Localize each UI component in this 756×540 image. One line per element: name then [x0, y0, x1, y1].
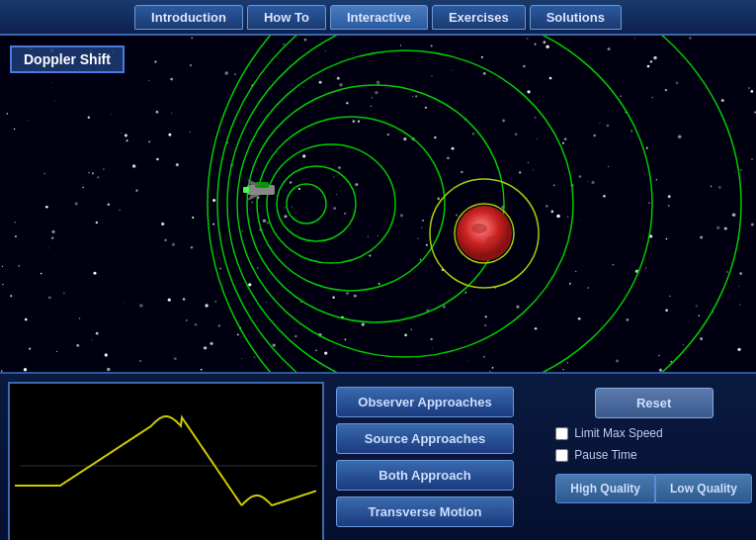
svg-point-13 [486, 236, 498, 244]
svg-rect-15 [243, 187, 249, 193]
svg-point-11 [457, 206, 512, 261]
both-approach-button[interactable]: Both Approach [336, 460, 514, 491]
svg-point-0 [287, 184, 326, 224]
limit-max-speed-label: Limit Max Speed [574, 426, 662, 440]
reset-button[interactable]: Reset [595, 388, 714, 418]
graph-area [8, 382, 324, 540]
pause-time-checkbox[interactable] [555, 449, 568, 462]
pause-time-label: Pause Time [574, 448, 636, 462]
tab-solutions[interactable]: Solutions [530, 5, 622, 30]
source-approaches-button[interactable]: Source Approaches [336, 423, 514, 454]
svg-point-1 [277, 166, 356, 241]
svg-point-5 [237, 50, 573, 357]
svg-marker-18 [247, 195, 261, 201]
observer-approaches-button[interactable]: Observer Approaches [336, 387, 514, 417]
limit-max-speed-row: Limit Max Speed [555, 426, 752, 440]
tab-interactive[interactable]: Interactive [330, 5, 428, 30]
scenario-buttons: Observer Approaches Source Approaches Bo… [336, 382, 547, 532]
svg-point-12 [471, 224, 487, 233]
pause-time-row: Pause Time [555, 448, 752, 462]
title-text: Doppler Shift [24, 51, 111, 67]
low-quality-button[interactable]: Low Quality [655, 474, 752, 503]
graph-canvas [10, 384, 322, 540]
title-badge: Doppler Shift [10, 45, 125, 73]
bottom-panel: Observer Approaches Source Approaches Bo… [0, 372, 756, 540]
svg-point-3 [257, 117, 445, 291]
limit-max-speed-checkbox[interactable] [555, 427, 568, 440]
svg-point-4 [247, 85, 504, 322]
right-controls: Reset Limit Max Speed Pause Time High Qu… [555, 382, 752, 532]
tab-how-to[interactable]: How To [247, 5, 326, 30]
svg-point-6 [227, 36, 652, 372]
high-quality-button[interactable]: High Quality [555, 474, 655, 503]
tab-exercises[interactable]: Exercises [432, 5, 526, 30]
controls-area: Observer Approaches Source Approaches Bo… [332, 374, 756, 540]
transverse-motion-button[interactable]: Transverse Motion [336, 496, 514, 527]
doppler-rings [0, 36, 756, 372]
tab-introduction[interactable]: Introduction [134, 5, 243, 30]
navigation-bar: Introduction How To Interactive Exercise… [0, 0, 756, 36]
quality-buttons: High Quality Low Quality [555, 474, 752, 503]
simulation-area: Doppler Shift [0, 36, 756, 372]
